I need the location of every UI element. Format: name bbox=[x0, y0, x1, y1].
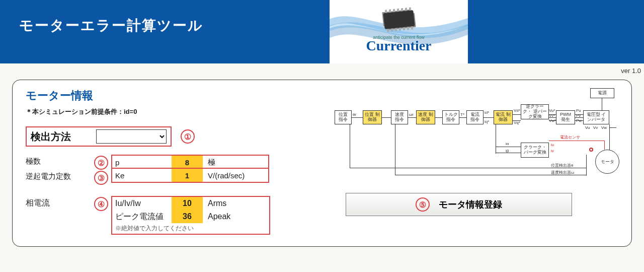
dg-sig: Vv* bbox=[549, 113, 555, 118]
dg-posdet-label: 位置検出器θ bbox=[551, 163, 573, 168]
phase-rms-unit: Arms bbox=[203, 197, 268, 210]
dg-wire bbox=[459, 117, 466, 118]
dg-wire bbox=[435, 117, 442, 118]
dg-inverter: 電圧型 インバータ bbox=[583, 110, 609, 124]
dg-sig: Vv bbox=[593, 125, 598, 130]
dg-motor: モータ bbox=[595, 150, 619, 174]
dg-posctl: 位置 制御器 bbox=[363, 110, 382, 124]
callout-2: ② bbox=[94, 156, 108, 170]
dg-sig: iv bbox=[551, 149, 554, 153]
dg-veldet-label: 速度検出器ω bbox=[551, 170, 574, 175]
dg-sig: iu bbox=[551, 143, 554, 147]
dg-sig: iβ bbox=[506, 149, 509, 153]
dg-sig: iq* bbox=[485, 119, 489, 124]
dg-sig: Vw* bbox=[549, 118, 556, 123]
phase-peak-symbol: ピーク電流値 bbox=[112, 210, 172, 223]
dg-velctl: 速度 制御器 bbox=[416, 110, 435, 124]
dg-sig: θr bbox=[353, 112, 356, 117]
register-button[interactable]: ⑤ モータ情報登録 bbox=[346, 193, 572, 216]
dg-sense-dot bbox=[589, 148, 593, 152]
dg-wire bbox=[586, 155, 587, 176]
dg-invclk: 逆クラーク・ 逆パーク変換 bbox=[521, 104, 549, 119]
dg-sig: Pw bbox=[576, 118, 582, 123]
poles-value[interactable]: 8 bbox=[172, 156, 203, 169]
dg-wire bbox=[382, 117, 391, 118]
dg-current-sense-label: 電流センサ bbox=[560, 134, 580, 140]
dg-sig: ωr bbox=[409, 112, 414, 117]
dg-sig: Vq* bbox=[514, 120, 520, 125]
phase-peak-value[interactable]: 36 bbox=[172, 210, 203, 223]
version-label: ver 1.0 bbox=[621, 67, 641, 75]
callout-4: ④ bbox=[94, 197, 108, 211]
phase-rms-symbol: Iu/Iv/Iw bbox=[112, 197, 172, 210]
phase-peak-unit: Apeak bbox=[203, 210, 268, 223]
dg-sig: Vw bbox=[601, 125, 607, 130]
chip-icon bbox=[383, 10, 415, 29]
dg-wire bbox=[609, 127, 616, 128]
motor-info-card: モーター情報 ＊本シミュレーション前提条件：id=0 検出方法 ① 極数 ② p bbox=[12, 80, 632, 247]
dg-velcmd: 速度 指令 bbox=[391, 110, 408, 124]
dg-wire-red bbox=[549, 141, 604, 141]
logo-brand: Currentier bbox=[366, 38, 431, 54]
phase-note: ※絶対値で入力してください bbox=[112, 223, 269, 234]
brand-logo: anticipate the current flow Currentier bbox=[330, 0, 468, 63]
dg-sig: id* bbox=[485, 110, 489, 115]
dg-sig: Vu bbox=[585, 125, 590, 130]
detection-label: 検出方法 bbox=[31, 130, 71, 144]
poles-label: 極数 bbox=[26, 155, 91, 166]
dg-wire bbox=[350, 124, 350, 168]
poles-unit: 極 bbox=[203, 156, 268, 169]
callout-3: ③ bbox=[94, 171, 108, 185]
dg-wire bbox=[352, 117, 363, 118]
phase-box: Iu/Iv/Iw 10 Arms ピーク電流値 36 Apeak ※絶対値で入力… bbox=[111, 196, 270, 235]
detection-box: 検出方法 bbox=[26, 126, 172, 147]
dg-sig: Vd* bbox=[514, 108, 520, 113]
dg-wire bbox=[496, 147, 521, 147]
dg-trqcmd: トルク 指令 bbox=[442, 110, 459, 124]
dg-poscmd: 位置 指令 bbox=[335, 110, 352, 124]
dg-sig: Pv bbox=[576, 113, 581, 118]
callout-1: ① bbox=[181, 129, 195, 144]
dg-sig: Vu* bbox=[549, 108, 555, 113]
detection-select[interactable] bbox=[96, 129, 167, 144]
poles-box: p 8 極 bbox=[111, 155, 269, 169]
phase-rms-value[interactable]: 10 bbox=[172, 197, 203, 210]
phase-label: 相電流 bbox=[26, 196, 91, 209]
dg-wire bbox=[513, 114, 521, 115]
header: モーターエラー計算ツール anticipate the current flow… bbox=[0, 0, 644, 63]
dg-wire bbox=[602, 98, 602, 110]
poles-symbol: p bbox=[112, 156, 172, 169]
dg-curcmd: 電流 指令 bbox=[466, 110, 484, 124]
dg-curctl: 電流 制御器 bbox=[494, 110, 513, 124]
callout-5: ⑤ bbox=[416, 197, 430, 212]
dg-wire bbox=[496, 124, 496, 154]
dg-sig: iα bbox=[506, 142, 509, 146]
page-title: モーターエラー計算ツール bbox=[19, 16, 203, 35]
dg-wire bbox=[395, 124, 395, 175]
dg-wire bbox=[408, 117, 416, 118]
dg-wire bbox=[484, 117, 494, 118]
dg-clarke: クラーク・ パーク変換 bbox=[521, 143, 549, 158]
dg-sig: T* bbox=[460, 112, 464, 117]
dg-pwm: PWM 発生 bbox=[556, 110, 575, 124]
ke-label: 逆起電力定数 bbox=[26, 170, 91, 181]
control-block-diagram: 電源 位置 指令 位置 制御器 速度 指令 速度 制御器 トルク 指令 電流 指… bbox=[335, 92, 616, 188]
dg-wire-red bbox=[604, 141, 605, 150]
register-label: モータ情報登録 bbox=[439, 198, 502, 211]
dg-sig: Pu bbox=[576, 108, 581, 113]
dg-power: 電源 bbox=[590, 88, 614, 98]
